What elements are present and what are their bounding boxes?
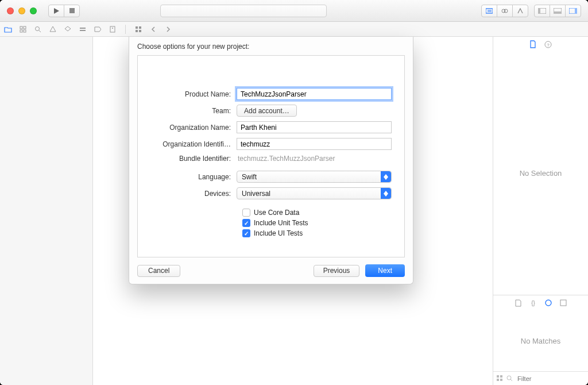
next-button[interactable]: Next (365, 264, 405, 277)
run-stop-group (48, 5, 80, 17)
devices-label: Devices: (150, 190, 237, 198)
svg-line-44 (510, 379, 512, 381)
xcode-window: Choose options for your new project: Pro… (0, 0, 588, 385)
bundle-identifier-label: Bundle Identifier: (150, 155, 237, 163)
organization-identifier-input[interactable] (237, 138, 392, 150)
svg-rect-21 (80, 28, 86, 29)
grid-view-icon[interactable] (497, 375, 503, 382)
bundle-identifier-value: techmuzz.TechMuzzJsonParser (237, 155, 335, 163)
titlebar (0, 0, 588, 22)
add-account-button[interactable]: Add account… (237, 105, 297, 117)
close-window-button[interactable] (7, 7, 14, 14)
editor-mode-group (481, 5, 528, 17)
svg-rect-40 (500, 375, 502, 378)
svg-rect-1 (69, 8, 75, 13)
filter-icon (506, 375, 513, 382)
svg-rect-38 (560, 300, 566, 306)
svg-rect-12 (575, 8, 577, 14)
run-button[interactable] (48, 5, 64, 17)
file-inspector-tab-icon[interactable] (529, 40, 536, 48)
inspector-panel: ? No Selection {} No Matches (493, 37, 588, 385)
breakpoint-navigator-tab-icon[interactable] (93, 25, 102, 34)
svg-point-25 (112, 28, 113, 29)
include-unit-tests-checkbox[interactable]: ✓ (242, 219, 250, 227)
toggle-inspector-button[interactable] (565, 5, 581, 17)
svg-rect-26 (136, 26, 138, 29)
svg-point-37 (546, 300, 551, 306)
devices-select[interactable]: Universal (237, 187, 392, 199)
previous-button[interactable]: Previous (314, 265, 360, 277)
find-navigator-tab-icon[interactable] (33, 25, 42, 34)
svg-marker-20 (65, 26, 71, 31)
media-library-icon[interactable] (560, 299, 567, 306)
include-ui-tests-checkbox[interactable]: ✓ (242, 229, 250, 237)
svg-rect-39 (497, 375, 499, 378)
cancel-button[interactable]: Cancel (137, 265, 180, 277)
svg-rect-22 (80, 30, 86, 31)
debug-navigator-tab-icon[interactable] (78, 25, 87, 34)
svg-marker-23 (95, 27, 101, 32)
organization-identifier-label: Organization Identifi… (150, 140, 237, 148)
minimize-window-button[interactable] (18, 7, 25, 14)
zoom-window-button[interactable] (30, 7, 37, 14)
code-snippet-library-icon[interactable]: {} (529, 300, 537, 306)
language-select-value: Swift (242, 173, 257, 181)
svg-rect-8 (538, 8, 540, 14)
inspector-tab-header: ? (493, 37, 588, 52)
svg-marker-0 (54, 8, 59, 14)
svg-point-43 (507, 376, 511, 380)
file-template-library-icon[interactable] (515, 299, 521, 307)
organization-name-label: Organization Name: (150, 124, 237, 132)
sheet-title: Choose options for your new project: (137, 43, 405, 51)
library-tab-header: {} (493, 295, 588, 310)
symbol-navigator-tab-icon[interactable] (18, 25, 28, 34)
panel-toggle-group (534, 5, 581, 17)
svg-marker-33 (384, 194, 388, 197)
stop-button[interactable] (64, 5, 80, 17)
toggle-debug-area-button[interactable] (550, 5, 566, 17)
svg-rect-10 (554, 11, 562, 14)
go-back-icon[interactable] (149, 25, 158, 34)
svg-rect-24 (110, 26, 115, 32)
svg-rect-42 (500, 379, 502, 381)
include-unit-tests-label: Include Unit Tests (254, 219, 308, 227)
product-name-label: Product Name: (150, 90, 237, 98)
use-core-data-checkbox[interactable] (242, 209, 250, 217)
chevron-up-down-icon (381, 188, 391, 199)
related-items-icon[interactable] (134, 25, 143, 34)
project-navigator-tab-icon[interactable] (3, 25, 13, 34)
svg-point-6 (504, 9, 508, 13)
svg-text:?: ? (547, 42, 550, 47)
test-navigator-tab-icon[interactable] (63, 25, 72, 34)
svg-rect-16 (24, 30, 26, 32)
assistant-editor-button[interactable] (497, 5, 513, 17)
svg-text:{}: {} (531, 300, 535, 306)
standard-editor-button[interactable] (481, 5, 497, 17)
language-select[interactable]: Swift (237, 171, 392, 183)
window-controls (7, 7, 37, 14)
svg-rect-29 (139, 30, 141, 32)
activity-status-field (160, 5, 327, 17)
use-core-data-label: Use Core Data (254, 209, 299, 217)
go-forward-icon[interactable] (164, 25, 173, 34)
svg-rect-27 (139, 26, 141, 29)
svg-rect-13 (20, 26, 22, 29)
product-name-input[interactable] (237, 88, 392, 100)
issue-navigator-tab-icon[interactable] (48, 25, 57, 34)
toggle-navigator-button[interactable] (534, 5, 550, 17)
library-no-matches-text: No Matches (493, 310, 588, 371)
library-filter-input[interactable] (516, 375, 588, 383)
organization-name-input[interactable] (237, 121, 392, 133)
include-ui-tests-label: Include UI Tests (254, 229, 303, 237)
language-label: Language: (150, 173, 237, 181)
object-library-icon[interactable] (545, 299, 552, 306)
team-label: Team: (150, 107, 237, 115)
chevron-up-down-icon (381, 171, 391, 182)
svg-rect-41 (497, 379, 499, 381)
svg-marker-31 (384, 177, 388, 180)
report-navigator-tab-icon[interactable] (108, 25, 117, 34)
quick-help-tab-icon[interactable]: ? (544, 41, 552, 48)
svg-rect-14 (24, 26, 26, 29)
version-editor-button[interactable] (512, 5, 528, 17)
svg-marker-19 (50, 26, 56, 32)
